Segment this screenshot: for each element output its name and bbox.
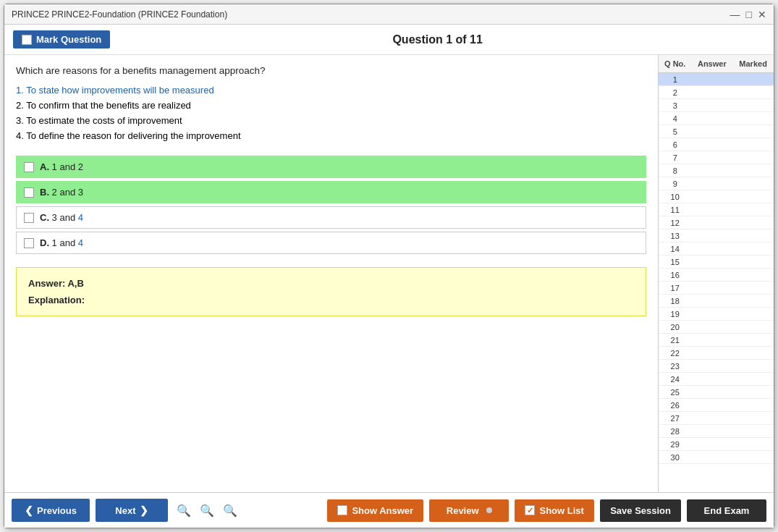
show-answer-label: Show Answer (352, 505, 413, 516)
show-answer-checkbox-icon (337, 505, 347, 515)
sidebar-row-5[interactable]: 5 (659, 125, 774, 138)
show-answer-button[interactable]: Show Answer (327, 499, 423, 522)
statements-block: 1. To state how improvements will be mea… (16, 85, 646, 145)
minimize-icon[interactable]: — (730, 9, 740, 20)
sidebar-row-10[interactable]: 10 (659, 190, 774, 203)
sidebar-row-26[interactable]: 26 (659, 399, 774, 412)
option-c-label: C. 3 and 4 (40, 212, 83, 223)
option-b[interactable]: B. 2 and 3 (16, 181, 646, 203)
statement-4: 4. To define the reason for delivering t… (16, 130, 646, 141)
end-exam-label: End Exam (704, 505, 750, 516)
option-a[interactable]: A. 1 and 2 (16, 156, 646, 178)
show-list-label: Show List (539, 505, 583, 516)
statement-2: 2. To confirm that the benefits are real… (16, 100, 646, 111)
sidebar-row-22[interactable]: 22 (659, 347, 774, 360)
main-content: Which are reasons for a benefits managem… (4, 55, 774, 492)
toolbar: Mark Question Question 1 of 11 (4, 25, 774, 55)
sidebar-header: Q No. Answer Marked (659, 55, 774, 73)
sidebar-row-29[interactable]: 29 (659, 438, 774, 451)
sidebar-row-28[interactable]: 28 (659, 425, 774, 438)
prev-arrow-icon: ❮ (25, 504, 33, 516)
close-icon[interactable]: ✕ (758, 9, 766, 20)
statement-3: 3. To estimate the costs of improvement (16, 115, 646, 126)
sidebar-row-13[interactable]: 13 (659, 229, 774, 242)
end-exam-button[interactable]: End Exam (687, 499, 766, 522)
question-area: Which are reasons for a benefits managem… (4, 55, 658, 492)
title-bar: PRINCE2 PRINCE2-Foundation (PRINCE2 Foun… (4, 4, 774, 25)
sidebar-row-21[interactable]: 21 (659, 334, 774, 347)
save-session-button[interactable]: Save Session (600, 499, 681, 522)
option-d-checkbox (24, 238, 34, 248)
option-a-label: A. 1 and 2 (40, 161, 83, 172)
statement-1: 1. To state how improvements will be mea… (16, 85, 646, 96)
options-block: A. 1 and 2 B. 2 and 3 C. 3 and 4 D. 1 an… (16, 156, 646, 254)
maximize-icon[interactable]: □ (746, 9, 752, 20)
sidebar-row-19[interactable]: 19 (659, 308, 774, 321)
review-label: Review (447, 505, 479, 516)
sidebar-marked-header: Marked (732, 58, 774, 69)
sidebar-row-24[interactable]: 24 (659, 373, 774, 386)
sidebar-row-7[interactable]: 7 (659, 151, 774, 164)
sidebar-row-3[interactable]: 3 (659, 99, 774, 112)
sidebar-row-18[interactable]: 18 (659, 295, 774, 308)
review-button[interactable]: Review (429, 499, 509, 522)
option-b-label: B. 2 and 3 (40, 187, 83, 198)
option-b-checkbox (24, 187, 34, 198)
sidebar-qno-header: Q No. (659, 58, 691, 69)
sidebar-row-23[interactable]: 23 (659, 360, 774, 373)
next-label: Next (115, 505, 135, 516)
sidebar-row-30[interactable]: 30 (659, 451, 774, 464)
zoom-controls: 🔍 🔍 🔍 (174, 502, 240, 519)
answer-box: Answer: A,B Explanation: (16, 267, 646, 316)
sidebar-row-27[interactable]: 27 (659, 412, 774, 425)
bottom-bar: ❮ Previous Next ❯ 🔍 🔍 🔍 Show Answer Revi… (4, 492, 774, 528)
option-c[interactable]: C. 3 and 4 (16, 206, 646, 229)
option-d[interactable]: D. 1 and 4 (16, 232, 646, 254)
previous-button[interactable]: ❮ Previous (12, 499, 90, 522)
option-d-label: D. 1 and 4 (40, 237, 83, 248)
show-list-checkbox-icon: ✓ (525, 505, 535, 515)
sidebar-row-12[interactable]: 12 (659, 216, 774, 229)
sidebar: Q No. Answer Marked 1 2 3 (658, 55, 774, 492)
sidebar-row-9[interactable]: 9 (659, 177, 774, 190)
next-arrow-icon: ❯ (140, 504, 148, 516)
sidebar-row-4[interactable]: 4 (659, 112, 774, 125)
main-window: PRINCE2 PRINCE2-Foundation (PRINCE2 Foun… (4, 4, 774, 528)
option-a-checkbox (24, 162, 34, 172)
question-text: Which are reasons for a benefits managem… (16, 65, 646, 76)
sidebar-answer-header: Answer (691, 58, 732, 69)
sidebar-row-1[interactable]: 1 (659, 73, 774, 86)
zoom-in-button[interactable]: 🔍 (174, 502, 194, 519)
review-dot-icon (486, 507, 492, 513)
sidebar-cell-qno-1: 1 (659, 75, 691, 84)
sidebar-row-11[interactable]: 11 (659, 203, 774, 216)
save-session-label: Save Session (610, 505, 671, 516)
mark-checkbox-icon (22, 35, 32, 45)
sidebar-list: 1 2 3 4 (659, 73, 774, 492)
window-title: PRINCE2 PRINCE2-Foundation (PRINCE2 Foun… (12, 9, 227, 20)
mark-question-label: Mark Question (36, 34, 101, 45)
sidebar-row-2[interactable]: 2 (659, 86, 774, 99)
sidebar-row-20[interactable]: 20 (659, 321, 774, 334)
sidebar-row-25[interactable]: 25 (659, 386, 774, 399)
question-title: Question 1 of 11 (110, 33, 765, 46)
option-c-checkbox (24, 213, 34, 223)
sidebar-row-16[interactable]: 16 (659, 269, 774, 282)
sidebar-row-14[interactable]: 14 (659, 242, 774, 256)
previous-label: Previous (37, 505, 77, 516)
sidebar-row-15[interactable]: 15 (659, 256, 774, 269)
sidebar-row-17[interactable]: 17 (659, 282, 774, 295)
next-button[interactable]: Next ❯ (96, 499, 168, 522)
window-controls: — □ ✕ (730, 9, 766, 20)
show-list-button[interactable]: ✓ Show List (515, 499, 594, 522)
answer-text: Answer: A,B (28, 278, 634, 289)
mark-question-button[interactable]: Mark Question (13, 30, 110, 48)
sidebar-row-6[interactable]: 6 (659, 138, 774, 151)
explanation-label: Explanation: (28, 295, 634, 305)
zoom-out-button[interactable]: 🔍 (220, 502, 240, 519)
sidebar-row-8[interactable]: 8 (659, 164, 774, 177)
zoom-reset-button[interactable]: 🔍 (197, 502, 217, 519)
